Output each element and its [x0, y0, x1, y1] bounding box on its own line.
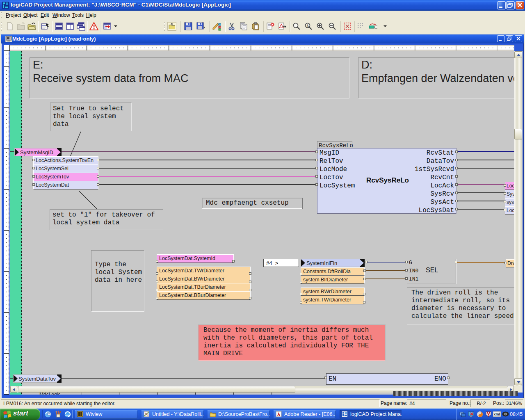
svg-text:$: $ — [307, 24, 309, 28]
svg-text:SystemMsgID: SystemMsgID — [20, 149, 53, 155]
svg-text:SystemIniFin: SystemIniFin — [306, 260, 337, 266]
svg-text:SystemDataTov: SystemDataTov — [18, 376, 56, 382]
svg-text:xml: xml — [494, 412, 500, 416]
